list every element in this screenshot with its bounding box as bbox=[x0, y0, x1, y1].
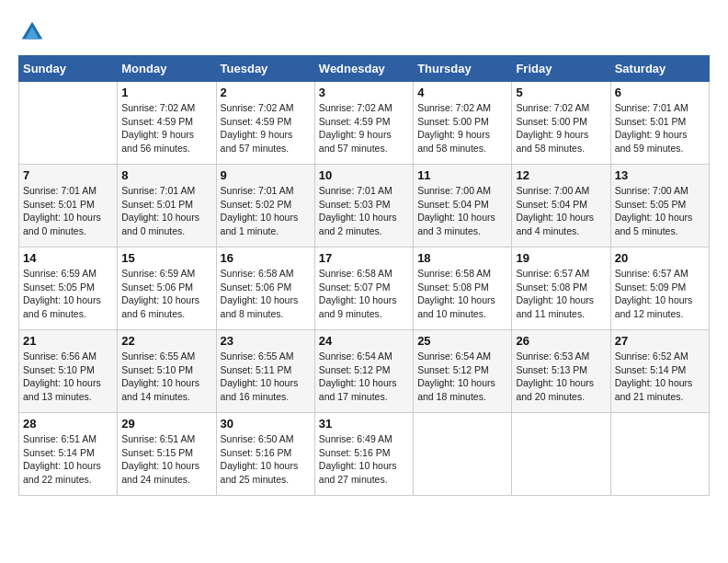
day-info: Sunrise: 7:01 AMSunset: 5:01 PMDaylight:… bbox=[23, 184, 113, 238]
day-number: 11 bbox=[417, 168, 507, 182]
calendar-weekday-header: Monday bbox=[118, 56, 216, 82]
day-number: 27 bbox=[615, 334, 705, 348]
day-info: Sunrise: 6:52 AMSunset: 5:14 PMDaylight:… bbox=[615, 350, 705, 404]
calendar-day-cell: 20Sunrise: 6:57 AMSunset: 5:09 PMDayligh… bbox=[610, 247, 709, 330]
day-info: Sunrise: 6:53 AMSunset: 5:13 PMDaylight:… bbox=[516, 350, 606, 404]
day-number: 3 bbox=[319, 86, 409, 99]
day-number: 1 bbox=[121, 86, 211, 99]
calendar-day-cell bbox=[19, 82, 118, 165]
calendar-day-cell: 11Sunrise: 7:00 AMSunset: 5:04 PMDayligh… bbox=[414, 165, 512, 247]
day-info: Sunrise: 6:58 AMSunset: 5:06 PMDaylight:… bbox=[221, 267, 311, 321]
day-info: Sunrise: 7:01 AMSunset: 5:02 PMDaylight:… bbox=[221, 184, 311, 238]
day-number: 25 bbox=[417, 334, 507, 348]
calendar-day-cell: 10Sunrise: 7:01 AMSunset: 5:03 PMDayligh… bbox=[314, 165, 413, 247]
calendar-day-cell: 18Sunrise: 6:58 AMSunset: 5:08 PMDayligh… bbox=[414, 247, 512, 330]
day-info: Sunrise: 7:02 AMSunset: 5:00 PMDaylight:… bbox=[516, 101, 606, 155]
day-info: Sunrise: 6:57 AMSunset: 5:08 PMDaylight:… bbox=[516, 267, 606, 321]
day-info: Sunrise: 6:58 AMSunset: 5:08 PMDaylight:… bbox=[417, 267, 507, 321]
calendar-weekday-header: Thursday bbox=[414, 56, 512, 82]
calendar-day-cell: 8Sunrise: 7:01 AMSunset: 5:01 PMDaylight… bbox=[118, 165, 216, 247]
calendar-day-cell: 26Sunrise: 6:53 AMSunset: 5:13 PMDayligh… bbox=[512, 330, 610, 413]
calendar-weekday-header: Sunday bbox=[19, 56, 118, 82]
day-info: Sunrise: 7:02 AMSunset: 4:59 PMDaylight:… bbox=[121, 101, 211, 155]
day-info: Sunrise: 6:51 AMSunset: 5:14 PMDaylight:… bbox=[23, 432, 113, 487]
day-info: Sunrise: 7:01 AMSunset: 5:03 PMDaylight:… bbox=[319, 184, 409, 238]
calendar-day-cell: 3Sunrise: 7:02 AMSunset: 4:59 PMDaylight… bbox=[314, 82, 413, 165]
calendar-weekday-header: Friday bbox=[512, 56, 610, 82]
calendar-weekday-header: Saturday bbox=[610, 56, 709, 82]
calendar-week-row: 1Sunrise: 7:02 AMSunset: 4:59 PMDaylight… bbox=[19, 82, 710, 165]
calendar-day-cell: 6Sunrise: 7:01 AMSunset: 5:01 PMDaylight… bbox=[610, 82, 709, 165]
calendar-day-cell: 14Sunrise: 6:59 AMSunset: 5:05 PMDayligh… bbox=[19, 247, 118, 330]
calendar-week-row: 28Sunrise: 6:51 AMSunset: 5:14 PMDayligh… bbox=[19, 413, 710, 496]
day-number: 5 bbox=[516, 86, 606, 99]
day-info: Sunrise: 6:57 AMSunset: 5:09 PMDaylight:… bbox=[615, 267, 705, 321]
day-number: 8 bbox=[121, 168, 211, 182]
logo bbox=[18, 18, 50, 46]
day-number: 26 bbox=[516, 334, 606, 348]
day-number: 2 bbox=[221, 86, 311, 99]
day-number: 7 bbox=[23, 168, 113, 182]
day-number: 23 bbox=[221, 334, 311, 348]
day-number: 30 bbox=[221, 417, 311, 431]
day-info: Sunrise: 7:02 AMSunset: 4:59 PMDaylight:… bbox=[221, 101, 311, 155]
calendar-day-cell bbox=[610, 413, 709, 496]
day-info: Sunrise: 6:51 AMSunset: 5:15 PMDaylight:… bbox=[121, 432, 211, 487]
page-header bbox=[18, 18, 710, 46]
day-number: 12 bbox=[516, 168, 606, 182]
calendar-day-cell: 24Sunrise: 6:54 AMSunset: 5:12 PMDayligh… bbox=[314, 330, 413, 413]
calendar-weekday-header: Wednesday bbox=[314, 56, 413, 82]
calendar-day-cell: 1Sunrise: 7:02 AMSunset: 4:59 PMDaylight… bbox=[118, 82, 216, 165]
calendar-body: 1Sunrise: 7:02 AMSunset: 4:59 PMDaylight… bbox=[19, 82, 710, 496]
calendar-day-cell: 23Sunrise: 6:55 AMSunset: 5:11 PMDayligh… bbox=[216, 330, 314, 413]
calendar-day-cell: 5Sunrise: 7:02 AMSunset: 5:00 PMDaylight… bbox=[512, 82, 610, 165]
calendar-day-cell bbox=[512, 413, 610, 496]
day-number: 9 bbox=[221, 168, 311, 182]
day-info: Sunrise: 6:50 AMSunset: 5:16 PMDaylight:… bbox=[221, 432, 311, 487]
day-number: 4 bbox=[417, 86, 507, 99]
logo-icon bbox=[18, 18, 46, 46]
day-info: Sunrise: 7:01 AMSunset: 5:01 PMDaylight:… bbox=[121, 184, 211, 238]
calendar-day-cell: 29Sunrise: 6:51 AMSunset: 5:15 PMDayligh… bbox=[118, 413, 216, 496]
day-number: 13 bbox=[615, 168, 705, 182]
day-info: Sunrise: 7:02 AMSunset: 5:00 PMDaylight:… bbox=[417, 101, 507, 155]
day-number: 19 bbox=[516, 251, 606, 265]
day-number: 14 bbox=[23, 251, 113, 265]
calendar-weekday-header: Tuesday bbox=[216, 56, 314, 82]
calendar-day-cell: 13Sunrise: 7:00 AMSunset: 5:05 PMDayligh… bbox=[610, 165, 709, 247]
calendar-day-cell: 12Sunrise: 7:00 AMSunset: 5:04 PMDayligh… bbox=[512, 165, 610, 247]
calendar-day-cell: 2Sunrise: 7:02 AMSunset: 4:59 PMDaylight… bbox=[216, 82, 314, 165]
calendar-day-cell: 28Sunrise: 6:51 AMSunset: 5:14 PMDayligh… bbox=[19, 413, 118, 496]
calendar-week-row: 7Sunrise: 7:01 AMSunset: 5:01 PMDaylight… bbox=[19, 165, 710, 247]
calendar-day-cell: 25Sunrise: 6:54 AMSunset: 5:12 PMDayligh… bbox=[414, 330, 512, 413]
day-info: Sunrise: 7:00 AMSunset: 5:05 PMDaylight:… bbox=[615, 184, 705, 238]
day-number: 22 bbox=[121, 334, 211, 348]
day-info: Sunrise: 6:58 AMSunset: 5:07 PMDaylight:… bbox=[319, 267, 409, 321]
calendar-day-cell: 16Sunrise: 6:58 AMSunset: 5:06 PMDayligh… bbox=[216, 247, 314, 330]
day-info: Sunrise: 6:49 AMSunset: 5:16 PMDaylight:… bbox=[319, 432, 409, 487]
calendar-day-cell: 4Sunrise: 7:02 AMSunset: 5:00 PMDaylight… bbox=[414, 82, 512, 165]
day-number: 28 bbox=[23, 417, 113, 431]
day-number: 16 bbox=[221, 251, 311, 265]
calendar-day-cell: 15Sunrise: 6:59 AMSunset: 5:06 PMDayligh… bbox=[118, 247, 216, 330]
calendar-day-cell: 31Sunrise: 6:49 AMSunset: 5:16 PMDayligh… bbox=[314, 413, 413, 496]
calendar-table: SundayMondayTuesdayWednesdayThursdayFrid… bbox=[18, 55, 710, 496]
day-info: Sunrise: 7:01 AMSunset: 5:01 PMDaylight:… bbox=[615, 101, 705, 155]
day-info: Sunrise: 6:55 AMSunset: 5:10 PMDaylight:… bbox=[121, 350, 211, 404]
day-info: Sunrise: 6:59 AMSunset: 5:06 PMDaylight:… bbox=[121, 267, 211, 321]
day-info: Sunrise: 6:59 AMSunset: 5:05 PMDaylight:… bbox=[23, 267, 113, 321]
day-number: 18 bbox=[417, 251, 507, 265]
day-info: Sunrise: 6:54 AMSunset: 5:12 PMDaylight:… bbox=[417, 350, 507, 404]
calendar-day-cell: 7Sunrise: 7:01 AMSunset: 5:01 PMDaylight… bbox=[19, 165, 118, 247]
day-info: Sunrise: 6:56 AMSunset: 5:10 PMDaylight:… bbox=[23, 350, 113, 404]
day-number: 17 bbox=[319, 251, 409, 265]
day-number: 20 bbox=[615, 251, 705, 265]
day-info: Sunrise: 6:55 AMSunset: 5:11 PMDaylight:… bbox=[221, 350, 311, 404]
calendar-day-cell: 30Sunrise: 6:50 AMSunset: 5:16 PMDayligh… bbox=[216, 413, 314, 496]
calendar-week-row: 14Sunrise: 6:59 AMSunset: 5:05 PMDayligh… bbox=[19, 247, 710, 330]
calendar-week-row: 21Sunrise: 6:56 AMSunset: 5:10 PMDayligh… bbox=[19, 330, 710, 413]
day-number: 29 bbox=[121, 417, 211, 431]
calendar-day-cell: 22Sunrise: 6:55 AMSunset: 5:10 PMDayligh… bbox=[118, 330, 216, 413]
day-info: Sunrise: 7:00 AMSunset: 5:04 PMDaylight:… bbox=[516, 184, 606, 238]
calendar-day-cell bbox=[414, 413, 512, 496]
